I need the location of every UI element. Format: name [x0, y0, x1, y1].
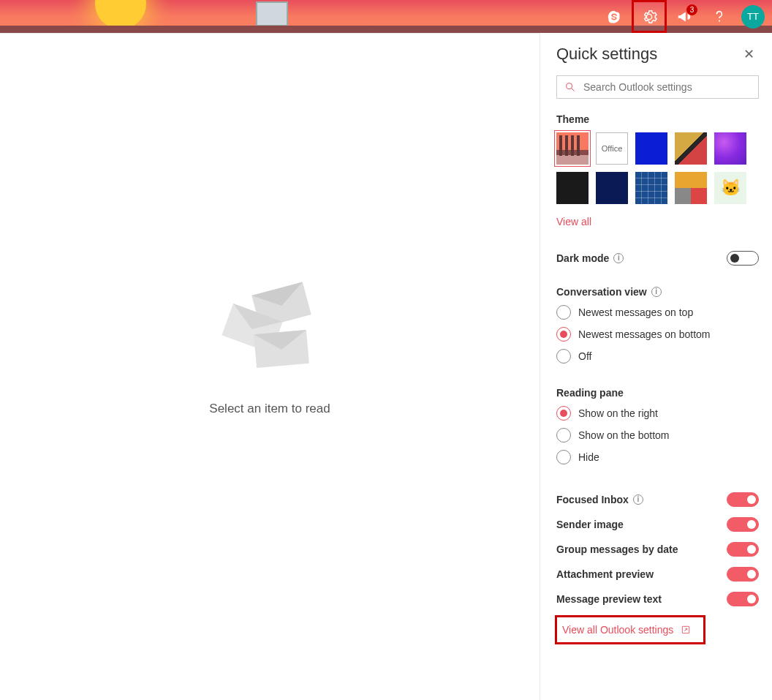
dark-mode-label: Dark modei — [556, 252, 624, 264]
empty-text: Select an item to read — [209, 402, 330, 416]
info-icon[interactable]: i — [651, 287, 662, 297]
conv-radio-bottom[interactable]: Newest messages on bottom — [556, 327, 759, 342]
main-content: Select an item to read Quick settings ✕ … — [0, 33, 772, 700]
help-icon[interactable] — [702, 0, 737, 33]
conversation-view-label: Conversation viewi — [556, 286, 759, 298]
banner-decoration — [249, 0, 292, 33]
theme-blueprint[interactable] — [635, 172, 667, 204]
theme-label: Theme — [556, 113, 759, 125]
header-actions: 3 TT — [597, 0, 765, 33]
avatar[interactable]: TT — [741, 5, 765, 29]
settings-icon[interactable] — [632, 0, 667, 33]
empty-illustration — [222, 288, 317, 369]
theme-cat[interactable] — [714, 172, 746, 204]
theme-bricks[interactable] — [675, 172, 707, 204]
rp-radio-right[interactable]: Show on the right — [556, 406, 759, 421]
theme-navy[interactable] — [596, 172, 628, 204]
theme-sunset[interactable] — [556, 132, 589, 165]
close-icon[interactable]: ✕ — [739, 43, 759, 65]
notification-badge: 3 — [686, 4, 697, 15]
view-all-themes-link[interactable]: View all — [556, 216, 591, 227]
view-all-settings-link[interactable]: View all Outlook settings — [556, 617, 704, 643]
theme-blue[interactable] — [635, 132, 667, 165]
theme-retro[interactable] — [675, 132, 707, 165]
panel-title: Quick settings — [556, 45, 657, 64]
svg-line-1 — [572, 89, 574, 91]
rp-radio-bottom[interactable]: Show on the bottom — [556, 428, 759, 443]
reading-pane-empty: Select an item to read — [0, 33, 540, 671]
sender-image-toggle[interactable] — [727, 517, 759, 532]
info-icon[interactable]: i — [633, 494, 643, 505]
skype-icon[interactable] — [597, 0, 632, 33]
dark-mode-toggle[interactable] — [727, 251, 759, 266]
theme-black[interactable] — [556, 172, 589, 204]
group-by-date-toggle[interactable] — [727, 542, 759, 557]
header-banner: 3 TT — [0, 0, 772, 33]
message-preview-label: Message preview text — [556, 593, 662, 605]
sender-image-label: Sender image — [556, 519, 624, 530]
rp-radio-hide[interactable]: Hide — [556, 450, 759, 464]
attachment-preview-label: Attachment preview — [556, 568, 654, 580]
focused-inbox-label: Focused Inboxi — [556, 494, 643, 505]
svg-point-0 — [567, 83, 572, 89]
search-input-wrapper[interactable] — [556, 75, 759, 99]
theme-grid: Office — [556, 132, 759, 204]
group-by-date-label: Group messages by date — [556, 543, 678, 555]
open-icon — [681, 625, 691, 635]
info-icon[interactable]: i — [613, 253, 624, 263]
theme-office[interactable]: Office — [596, 132, 628, 165]
message-preview-toggle[interactable] — [727, 592, 759, 606]
conv-radio-off[interactable]: Off — [556, 349, 759, 364]
attachment-preview-toggle[interactable] — [727, 567, 759, 582]
focused-inbox-toggle[interactable] — [727, 492, 759, 507]
conv-radio-top[interactable]: Newest messages on top — [556, 305, 759, 320]
megaphone-icon[interactable]: 3 — [667, 0, 702, 33]
theme-purple[interactable] — [714, 132, 746, 165]
search-icon — [564, 81, 576, 93]
search-input[interactable] — [583, 81, 751, 93]
quick-settings-panel: Quick settings ✕ Theme Office View all D… — [540, 33, 772, 700]
reading-pane-label: Reading pane — [556, 387, 759, 399]
